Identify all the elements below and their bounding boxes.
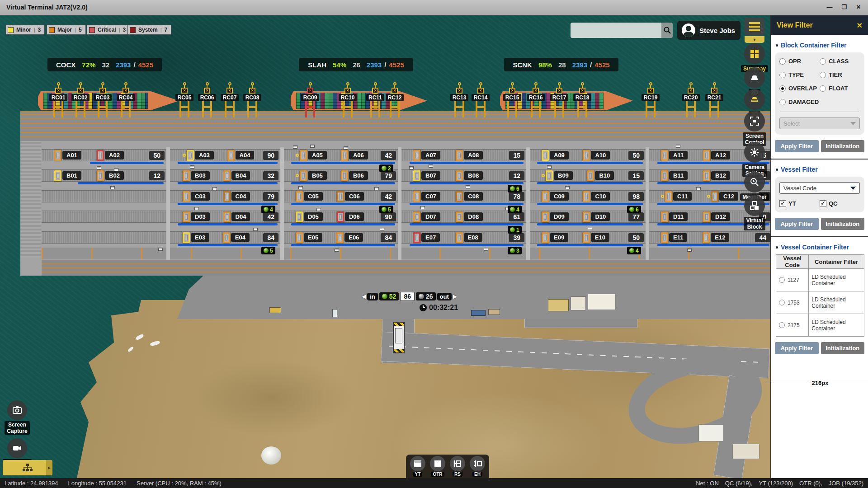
vessel-code-radio[interactable]: 1753 [779, 300, 806, 306]
block-label[interactable]: E10 [591, 233, 609, 242]
quay-crane-RC19[interactable]: ✕RC19 [643, 82, 658, 117]
panel-close-icon[interactable]: ✕ [857, 21, 863, 30]
right-arrow-icon[interactable]: ▶ [453, 293, 457, 300]
block-label[interactable]: B11 [669, 171, 688, 180]
rs-button[interactable] [450, 456, 465, 471]
block-label[interactable]: D08 [464, 212, 483, 221]
block-label[interactable]: A08 [464, 151, 483, 160]
block-label[interactable]: C10 [591, 192, 610, 201]
screen-capture-button[interactable] [7, 400, 27, 420]
block-label[interactable]: D07 [421, 212, 440, 221]
block-label[interactable]: D03 [191, 212, 210, 221]
block-label[interactable]: A05 [308, 151, 327, 160]
block-label[interactable]: B12 [711, 171, 730, 180]
vessel-code-radio[interactable]: 2175 [779, 322, 806, 328]
block-label[interactable]: E11 [669, 233, 687, 242]
block-label[interactable]: C07 [421, 192, 440, 201]
block-label[interactable]: A07 [421, 151, 440, 160]
eh-button[interactable] [470, 456, 485, 471]
block-label[interactable]: B05 [308, 171, 327, 180]
block-label[interactable]: B04 [231, 171, 250, 180]
block-label[interactable]: E12 [711, 233, 729, 242]
quay-crane-RC18[interactable]: ✕RC18 [575, 82, 590, 117]
terminal-map-3d-view[interactable]: COCX72%322393/4525SLAH54%262393/4525SCNK… [0, 15, 770, 478]
block-label[interactable]: E09 [550, 233, 568, 242]
block-label[interactable]: D11 [669, 212, 688, 221]
vessel-code-radio[interactable]: 1127 [779, 277, 806, 283]
block-label[interactable]: D12 [711, 212, 730, 221]
quay-crane-RC01[interactable]: ✕RC01 [51, 82, 66, 117]
checkbox-yt[interactable]: ✓YT [779, 200, 820, 207]
quay-crane-RC05[interactable]: ✕RC05 [177, 82, 192, 117]
block-label[interactable]: E07 [421, 233, 440, 242]
block-label[interactable]: C12 [719, 192, 738, 201]
block-filter-apply-button[interactable]: Apply Filter [775, 140, 819, 152]
block-filter-init-button[interactable]: Initialization [821, 140, 865, 152]
block-label[interactable]: A09 [550, 151, 569, 160]
left-arrow-icon[interactable]: ◀ [362, 293, 366, 300]
quay-crane-RC20[interactable]: ✕RC20 [683, 82, 698, 117]
block-label[interactable]: C03 [191, 192, 210, 201]
quay-crane-RC09[interactable]: ✕RC09 [302, 82, 318, 117]
hierarchy-panel-tab[interactable]: ▶ [3, 460, 52, 475]
block-label[interactable]: E06 [344, 233, 363, 242]
minimize-button[interactable]: — [824, 2, 835, 13]
camera-setting-button[interactable] [744, 142, 765, 163]
block-label[interactable]: C05 [304, 192, 323, 201]
block-label[interactable]: A04 [236, 151, 255, 160]
menu-expand-tab[interactable]: ▼ [745, 36, 764, 43]
close-button[interactable]: ✕ [853, 2, 864, 13]
quay-crane-RC10[interactable]: ✕RC10 [340, 82, 355, 117]
block-label[interactable]: B06 [349, 171, 368, 180]
vessel-code-select[interactable]: Vessel Code [779, 182, 860, 194]
quay-crane-RC11[interactable]: ✕RC11 [368, 82, 383, 117]
block-label[interactable]: B09 [554, 171, 573, 180]
block-label[interactable]: A02 [105, 151, 124, 160]
radio-option-damaged[interactable]: DAMAGED [779, 99, 820, 105]
search-button[interactable] [661, 23, 673, 38]
alert-badge-major[interactable]: Major|5 [47, 25, 86, 35]
view-3d-button[interactable] [744, 89, 765, 110]
block-label[interactable]: D05 [304, 212, 323, 221]
block-label[interactable]: E04 [231, 233, 250, 242]
block-label[interactable]: C04 [231, 192, 250, 201]
quay-crane-RC04[interactable]: ✕RC04 [118, 82, 133, 117]
block-label[interactable]: C11 [673, 192, 692, 201]
summary-button[interactable] [744, 43, 765, 64]
quay-crane-RC21[interactable]: ✕RC21 [707, 82, 722, 117]
block-label[interactable]: A03 [195, 151, 214, 160]
block-label[interactable]: C08 [464, 192, 483, 201]
vessel-filter-init-button[interactable]: Initialization [821, 218, 865, 230]
quay-crane-RC14[interactable]: ✕RC14 [473, 82, 488, 117]
maximize-button[interactable]: ❐ [838, 2, 850, 13]
block-label[interactable]: A10 [591, 151, 610, 160]
magnifier-button[interactable] [744, 172, 765, 192]
alert-badge-critical[interactable]: Critical|3 [87, 25, 130, 35]
yt-button[interactable] [410, 456, 425, 471]
block-label[interactable]: D10 [591, 212, 610, 221]
radio-option-overlap[interactable]: OVERLAP [779, 85, 820, 92]
quay-crane-RC03[interactable]: ✕RC03 [95, 82, 110, 117]
vessel-filter-apply-button[interactable]: Apply Filter [775, 218, 819, 230]
block-label[interactable]: D06 [345, 212, 364, 221]
vessel-container-init-button[interactable]: Initialization [821, 342, 865, 354]
block-label[interactable]: E08 [464, 233, 482, 242]
view-2d-button[interactable] [744, 67, 765, 88]
radio-option-type[interactable]: TYPE [779, 71, 820, 78]
alert-badge-system[interactable]: System|7 [127, 25, 171, 35]
search-input[interactable] [571, 23, 661, 38]
screen-control-button[interactable] [744, 111, 765, 131]
virtual-block-button[interactable] [744, 195, 765, 216]
quay-crane-RC16[interactable]: ✕RC16 [528, 82, 543, 117]
block-label[interactable]: A11 [669, 151, 688, 160]
quay-crane-RC12[interactable]: ✕RC12 [387, 82, 402, 117]
quay-crane-RC07[interactable]: ✕RC07 [222, 82, 237, 117]
vessel-container-apply-button[interactable]: Apply Filter [775, 342, 819, 354]
block-label[interactable]: B01 [62, 171, 81, 180]
otr-button[interactable] [430, 456, 445, 471]
radio-option-class[interactable]: CLASS [820, 58, 860, 65]
quay-crane-RC13[interactable]: ✕RC13 [452, 82, 467, 117]
alert-badge-minor[interactable]: Minor|3 [5, 25, 45, 35]
radio-option-tier[interactable]: TIER [820, 71, 860, 78]
checkbox-qc[interactable]: ✓QC [820, 200, 860, 207]
